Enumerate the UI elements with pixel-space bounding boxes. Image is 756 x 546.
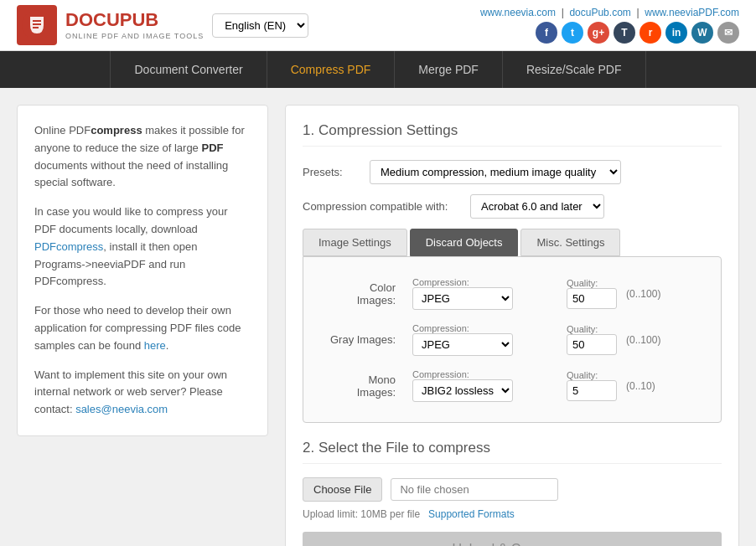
tab-discard-objects[interactable]: Discard Objects	[410, 229, 519, 256]
googleplus-icon[interactable]: g+	[588, 22, 609, 44]
gray-compression-select[interactable]: JPEG JPEG2000 ZIP None	[412, 333, 513, 356]
gray-quality-input[interactable]	[567, 334, 617, 355]
link-here[interactable]: here	[144, 339, 166, 352]
reddit-icon[interactable]: r	[639, 22, 661, 44]
sidebar-para4: Want to implement this site on your own …	[34, 367, 251, 419]
tab-image-settings[interactable]: Image Settings	[303, 229, 407, 256]
tab-misc-settings[interactable]: Misc. Settings	[520, 229, 620, 256]
nav-merge-pdf[interactable]: Merge PDF	[395, 51, 503, 88]
sidebar: Online PDFcompress makes it possible for…	[17, 105, 268, 436]
section1-title: 1. Compression Settings	[303, 122, 722, 147]
mono-compression-select[interactable]: JBIG2 lossless CCITT G3 CCITT G4 ZIP Non…	[412, 379, 513, 402]
presets-row: Presets: Medium compression, medium imag…	[303, 160, 722, 184]
logo-text: DOCUPUB ONLINE PDF AND IMAGE TOOLS	[65, 9, 204, 40]
main-container: Online PDFcompress makes it possible for…	[0, 88, 756, 546]
color-compression-select[interactable]: JPEG JPEG2000 ZIP None	[412, 287, 513, 310]
settings-tabs: Image Settings Discard Objects Misc. Set…	[303, 229, 722, 256]
sidebar-para3: For those who need to develop their own …	[34, 302, 251, 354]
color-quality-input[interactable]	[567, 288, 617, 309]
color-images-quality: Quality: (0..100)	[558, 270, 704, 317]
section2-title: 2. Select the File to compress	[303, 440, 722, 464]
top-links: www.neevia.com | docuPub.com | www.neevi…	[480, 7, 739, 18]
upload-info: Upload limit: 10MB per file Supported Fo…	[303, 508, 722, 520]
gray-quality-range: (0..100)	[626, 334, 660, 346]
color-quality-range: (0..100)	[626, 288, 660, 300]
link-neeviapdf[interactable]: www.neeviaPDF.com	[645, 7, 739, 18]
choose-file-button[interactable]: Choose File	[303, 477, 382, 502]
image-settings-table: Color Images: Compression: JPEG JPEG2000…	[320, 270, 704, 409]
nav-bar: Document Converter Compress PDF Merge PD…	[0, 51, 756, 88]
nav-resize-scale-pdf[interactable]: Resize/Scale PDF	[503, 51, 646, 88]
link-sales-email[interactable]: sales@neevia.com	[75, 403, 168, 415]
mono-images-quality: Quality: (0..10)	[558, 363, 704, 409]
tagline: ONLINE PDF AND IMAGE TOOLS	[65, 32, 204, 41]
color-images-row: Color Images: Compression: JPEG JPEG2000…	[320, 270, 704, 317]
color-images-label: Color Images:	[320, 270, 404, 317]
social-icons-group: f t g+ T r in W ✉	[536, 22, 739, 44]
presets-select[interactable]: Medium compression, medium image quality…	[370, 160, 621, 184]
link-docupub[interactable]: docuPub.com	[569, 7, 630, 18]
linkedin-icon[interactable]: in	[665, 22, 687, 44]
section2: 2. Select the File to compress Choose Fi…	[303, 440, 722, 546]
compat-select[interactable]: Acrobat 4.0 and later Acrobat 5.0 and la…	[470, 194, 604, 219]
sidebar-para2: In case you would like to compress your …	[34, 203, 251, 291]
mono-images-label: Mono Images:	[320, 363, 404, 409]
link-neevia[interactable]: www.neevia.com	[480, 7, 556, 18]
brand-prefix: DOCU	[65, 9, 120, 30]
brand-name: DOCUPUB	[65, 9, 204, 31]
mono-quality-range: (0..10)	[626, 380, 655, 392]
nav-compress-pdf[interactable]: Compress PDF	[267, 51, 396, 88]
wordpress-icon[interactable]: W	[691, 22, 713, 44]
right-panel: 1. Compression Settings Presets: Medium …	[285, 105, 739, 546]
gray-images-compression: Compression: JPEG JPEG2000 ZIP None	[404, 317, 558, 363]
presets-label: Presets:	[303, 166, 370, 178]
file-name-display: No file chosen	[391, 478, 558, 501]
gray-images-quality: Quality: (0..100)	[558, 317, 704, 363]
facebook-icon[interactable]: f	[536, 22, 557, 44]
twitter-icon[interactable]: t	[562, 22, 583, 44]
tab-content-area: Color Images: Compression: JPEG JPEG2000…	[303, 256, 722, 423]
file-row: Choose File No file chosen	[303, 477, 722, 502]
sidebar-para1: Online PDFcompress makes it possible for…	[34, 122, 251, 192]
email-icon[interactable]: ✉	[717, 22, 739, 44]
gray-images-label: Gray Images:	[320, 317, 404, 363]
mono-images-compression: Compression: JBIG2 lossless CCITT G3 CCI…	[404, 363, 558, 409]
content-area: Online PDFcompress makes it possible for…	[0, 88, 756, 546]
supported-formats-link[interactable]: Supported Formats	[428, 508, 515, 520]
tumblr-icon[interactable]: T	[614, 22, 635, 44]
color-images-compression: Compression: JPEG JPEG2000 ZIP None	[404, 270, 558, 317]
nav-document-converter[interactable]: Document Converter	[110, 51, 267, 88]
mono-images-row: Mono Images: Compression: JBIG2 lossless…	[320, 363, 704, 409]
compat-row: Compression compatible with: Acrobat 4.0…	[303, 194, 722, 219]
mono-quality-input[interactable]	[567, 380, 617, 401]
compat-label: Compression compatible with:	[303, 200, 470, 213]
logo-image	[17, 5, 57, 45]
upload-compress-button[interactable]: Upload & Compress	[303, 532, 722, 546]
brand-suffix: PUB	[120, 9, 158, 30]
top-right-area: www.neevia.com | docuPub.com | www.neevi…	[480, 7, 739, 44]
gray-images-row: Gray Images: Compression: JPEG JPEG2000 …	[320, 317, 704, 363]
link-pdfcompress[interactable]: PDFcompress	[34, 240, 103, 253]
language-select[interactable]: English (EN)	[212, 13, 308, 38]
